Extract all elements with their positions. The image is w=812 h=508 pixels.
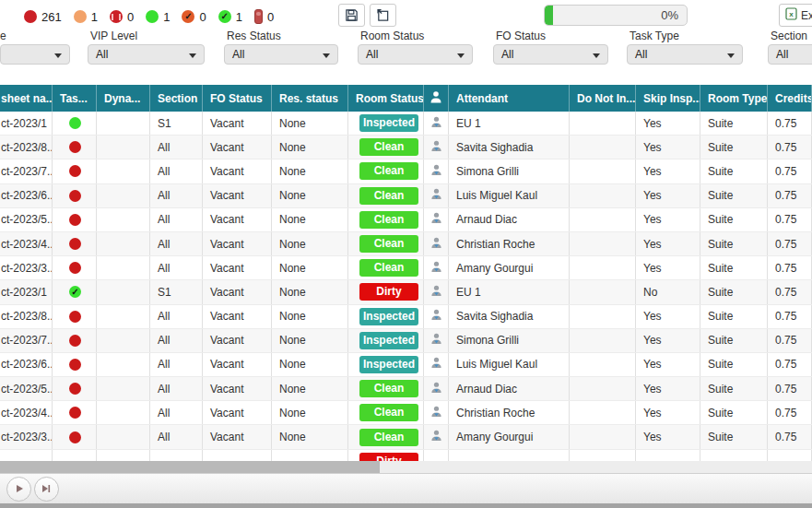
cell-fo_status: Vacant <box>203 208 272 231</box>
cell-skip_inspection: Yes <box>636 232 700 255</box>
cell-dyna <box>97 377 150 400</box>
col-header-dyna[interactable]: Dyna... <box>97 85 150 112</box>
cell-res_status: None <box>272 377 348 400</box>
cell-room_type: Suite <box>700 329 768 352</box>
cell-attendant-text: Christian Roche <box>456 407 535 419</box>
col-header-person[interactable] <box>424 85 449 112</box>
col-header-section[interactable]: Section <box>150 85 203 112</box>
cell-res_status-text: None <box>279 310 306 323</box>
horizontal-scrollbar-thumb[interactable] <box>0 461 380 473</box>
tasksheet-row[interactable]: ct-2023/5...AllVacantNoneCleanArnaud Dia… <box>0 377 812 401</box>
filter-task-type-select[interactable]: All <box>627 44 743 65</box>
cell-room_type: Suite <box>700 112 768 135</box>
tasksheet-row[interactable]: ct-2023/8...AllVacantNoneInspectedSavita… <box>0 305 812 329</box>
col-header-room_type[interactable]: Room Type <box>700 85 768 112</box>
col-header-sheet[interactable]: sheet na... <box>0 85 53 112</box>
cell-room_type: Suite <box>700 208 768 231</box>
counter-red: 261 <box>24 10 62 24</box>
cell-fo_status: Vacant <box>203 377 272 400</box>
tasksheet-row[interactable]: ct-2023/5...AllVacantNoneCleanArnaud Dia… <box>0 208 812 232</box>
cell-section: All <box>150 377 203 400</box>
room-status-badge: Clean <box>359 211 418 229</box>
cell-skip_inspection-text: Yes <box>643 358 662 371</box>
cell-person <box>424 256 449 279</box>
cell-sheet-text: ct-2023/1 <box>1 286 47 299</box>
col-header-task[interactable]: Tas... <box>53 85 97 112</box>
cell-sheet: ct-2023/4... <box>0 401 53 424</box>
col-header-label: Attendant <box>456 92 508 105</box>
cell-dyna <box>97 450 150 461</box>
cell-person <box>424 184 449 207</box>
tasksheet-row[interactable]: ct-2023/4...AllVacantNoneCleanChristian … <box>0 232 812 256</box>
filter-room-status-select[interactable]: All <box>358 44 473 65</box>
cell-skip_inspection-text: Yes <box>643 189 662 202</box>
tasksheet-row[interactable]: ct-2023/7...AllVacantNoneCleanSimona Gri… <box>0 159 812 183</box>
cell-attendant-text: Arnaud Diac <box>456 383 517 396</box>
tasksheet-row[interactable]: ct-2023/7...AllVacantNoneInspectedSimona… <box>0 329 812 353</box>
task-status-red-icon <box>69 359 81 371</box>
filter-res-status-select[interactable]: All <box>224 44 338 65</box>
save-button[interactable] <box>338 4 365 27</box>
cell-res_status <box>272 450 348 461</box>
cell-skip_inspection-text: Yes <box>643 117 662 130</box>
last-page-button[interactable] <box>34 477 59 502</box>
col-header-credits[interactable]: Credits <box>768 85 812 112</box>
horizontal-scrollbar[interactable] <box>0 461 812 473</box>
filter-room-status-label: Room Status <box>360 30 473 43</box>
filter-vip-level-select[interactable]: All <box>88 44 205 65</box>
cell-task <box>53 377 97 400</box>
filter-leftmost-select[interactable] <box>0 44 70 65</box>
col-header-do_not_inspect[interactable]: Do Not In... <box>570 85 636 112</box>
tasksheet-row[interactable]: ct-2023/3...AllVacantNoneCleanAmany Gour… <box>0 425 812 449</box>
cell-room_type: Suite <box>700 353 768 376</box>
room-status-badge: Inspected <box>359 114 418 132</box>
cell-fo_status: Vacant <box>203 329 272 352</box>
cell-sheet: ct-2023/6... <box>0 353 53 376</box>
col-header-attendant[interactable]: Attendant <box>449 85 570 112</box>
filter-fo-status-select[interactable]: All <box>493 44 608 65</box>
tasksheet-row[interactable]: ct-2023/1S1VacantNoneDirtyEU 1NoSuite0.7… <box>0 280 812 304</box>
cell-credits-text: 0.75 <box>775 117 796 130</box>
cell-attendant: Amany Gourgui <box>449 256 570 279</box>
cell-res_status-text: None <box>279 431 306 443</box>
tasksheet-row[interactable]: Dirty <box>0 450 812 461</box>
tasksheet-row[interactable]: ct-2023/8...AllVacantNoneCleanSavita Sig… <box>0 136 812 159</box>
cell-credits: 0.75 <box>768 401 812 424</box>
cell-section <box>150 450 203 461</box>
export-button[interactable]: x Exp <box>779 4 812 27</box>
tasksheet-row[interactable]: ct-2023/3...AllVacantNoneCleanAmany Gour… <box>0 256 812 280</box>
room-status-badge: Dirty <box>359 453 418 461</box>
col-header-label: Credits <box>775 92 812 105</box>
task-status-red-icon <box>69 214 81 226</box>
col-header-res_status[interactable]: Res. status <box>272 85 348 112</box>
cell-sheet: ct-2023/5... <box>0 377 53 400</box>
task-status-red-icon <box>69 262 81 274</box>
cell-credits-text: 0.75 <box>775 262 796 275</box>
tasksheet-row[interactable]: ct-2023/6...AllVacantNoneCleanLuis Migue… <box>0 184 812 208</box>
cell-skip_inspection-text: Yes <box>643 334 662 347</box>
filter-section-select[interactable]: All <box>768 44 812 65</box>
cell-sheet: ct-2023/6... <box>0 184 53 207</box>
next-page-button[interactable] <box>6 477 31 502</box>
tasksheet-row[interactable]: ct-2023/4...AllVacantNoneCleanChristian … <box>0 401 812 425</box>
task-status-red-icon <box>69 190 81 202</box>
tasksheet-row[interactable]: ct-2023/1S1VacantNoneInspectedEU 1YesSui… <box>0 112 812 136</box>
cell-room_status: Clean <box>348 208 424 231</box>
cell-section: All <box>150 329 203 352</box>
person-icon <box>430 90 442 107</box>
col-header-skip_inspection[interactable]: Skip Insp... <box>636 85 700 112</box>
col-header-room_status[interactable]: Room Status <box>348 85 424 112</box>
cell-skip_inspection: Yes <box>636 256 700 279</box>
tasksheet-row[interactable]: ct-2023/6...AllVacantNoneInspectedLuis M… <box>0 353 812 377</box>
cell-attendant: Christian Roche <box>449 232 570 255</box>
col-header-fo_status[interactable]: FO Status <box>203 85 272 112</box>
cell-room_type-text: Suite <box>708 310 733 323</box>
paste-button[interactable] <box>370 4 396 27</box>
attendant-person-icon <box>430 163 442 180</box>
cell-sheet-text: ct-2023/5... <box>1 383 53 396</box>
pager-bar <box>0 473 812 503</box>
cell-res_status-text: None <box>279 262 306 275</box>
room-status-badge: Clean <box>359 162 418 180</box>
cell-attendant: Amany Gourgui <box>449 425 570 448</box>
cell-skip_inspection: Yes <box>636 112 700 135</box>
